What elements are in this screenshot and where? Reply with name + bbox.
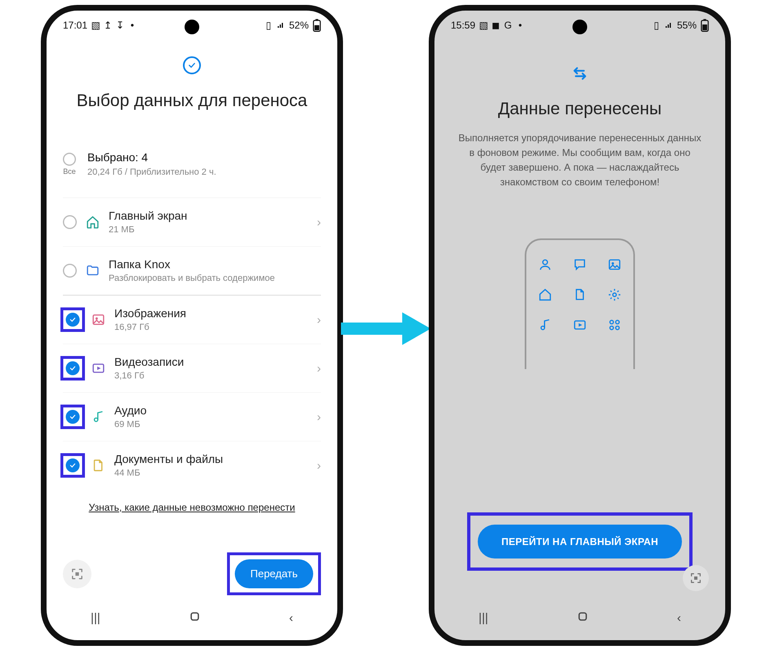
selected-details: 20,24 Гб / Приблизительно 2 ч. (87, 167, 216, 177)
highlight-box (60, 405, 85, 429)
apps-icon (606, 317, 623, 333)
select-all-label: Все (63, 167, 76, 176)
chevron-right-icon: › (317, 313, 321, 327)
svg-point-24 (610, 326, 614, 330)
audio-icon (537, 317, 553, 333)
message-icon (572, 256, 588, 273)
scan-button[interactable] (63, 560, 91, 588)
svg-point-22 (610, 320, 614, 324)
google-icon: G (504, 21, 512, 29)
send-button[interactable]: Передать (235, 559, 313, 588)
svg-point-25 (616, 326, 619, 330)
chevron-right-icon: › (317, 215, 321, 229)
dot-icon: • (128, 21, 136, 29)
phone-illustration (525, 238, 635, 369)
svg-rect-14 (702, 24, 707, 30)
svg-rect-10 (341, 323, 406, 335)
item-label: Главный экран (109, 209, 308, 223)
checkbox-images[interactable] (66, 313, 80, 327)
recents-button[interactable]: ||| (91, 611, 100, 625)
svg-rect-27 (579, 613, 586, 620)
select-all-row[interactable]: Все Выбрано: 4 20,24 Гб / Приблизительно… (63, 151, 321, 198)
highlight-box: Передать (227, 552, 321, 595)
home-button[interactable] (189, 610, 201, 625)
android-navbar: ||| ‹ (47, 603, 337, 632)
item-images[interactable]: Изображения 16,97 Гб › (63, 296, 321, 344)
item-home-screen[interactable]: Главный экран 21 МБ › (63, 198, 321, 247)
svg-rect-13 (704, 19, 706, 20)
checkbox-home[interactable] (63, 215, 77, 229)
vibrate-icon: ▯ (653, 21, 661, 29)
arrow-icon (341, 310, 431, 347)
item-sub: 21 МБ (109, 224, 308, 235)
phone-right: 15:59 ▧ ◼ G • ▯ 55% (429, 5, 731, 646)
svg-point-18 (613, 293, 617, 297)
goto-home-button[interactable]: ПЕРЕЙТИ НА ГЛАВНЫЙ ЭКРАН (478, 525, 682, 559)
page-title: Данные перенесены (451, 99, 709, 118)
upload-icon: ↥ (104, 21, 112, 29)
recents-button[interactable]: ||| (479, 611, 488, 625)
svg-marker-21 (579, 323, 582, 327)
svg-rect-26 (694, 576, 697, 580)
svg-marker-6 (97, 367, 101, 370)
video-icon (572, 317, 588, 333)
item-documents[interactable]: Документы и файлы 44 МБ › (63, 441, 321, 490)
item-label: Документы и файлы (114, 453, 308, 466)
image-icon: ▧ (479, 21, 488, 29)
select-all-checkbox[interactable] (63, 153, 76, 166)
highlight-box: ПЕРЕЙТИ НА ГЛАВНЫЙ ЭКРАН (467, 512, 693, 571)
app-icon: ◼ (492, 21, 500, 29)
signal-icon (277, 21, 285, 29)
svg-rect-9 (191, 613, 198, 620)
home-icon (537, 287, 553, 303)
back-button[interactable]: ‹ (677, 611, 681, 625)
back-button[interactable]: ‹ (289, 611, 293, 625)
signal-icon (665, 21, 673, 29)
highlight-box (60, 453, 85, 478)
svg-point-17 (612, 262, 614, 265)
gear-icon (606, 287, 623, 303)
dot-icon: • (516, 21, 524, 29)
item-videos[interactable]: Видеозаписи 3,16 Гб › (63, 344, 321, 393)
document-icon (91, 458, 105, 472)
item-knox-folder[interactable]: Папка Knox Разблокировать и выбрать соде… (63, 247, 321, 296)
status-bar: 17:01 ▧ ↥ ↧ • ▯ 52% (47, 11, 337, 40)
android-navbar: ||| ‹ (434, 603, 725, 632)
svg-point-4 (96, 317, 98, 320)
checkbox-audio[interactable] (66, 410, 80, 424)
home-icon (86, 215, 100, 229)
svg-rect-8 (76, 572, 79, 576)
battery-icon (313, 21, 321, 29)
item-label: Изображения (114, 307, 308, 320)
home-button[interactable] (577, 610, 589, 625)
item-sub: 3,16 Гб (114, 370, 308, 381)
battery-icon (701, 21, 709, 29)
item-label: Аудио (114, 404, 308, 417)
status-time: 15:59 (451, 20, 475, 31)
item-sub: Разблокировать и выбрать содержимое (109, 273, 321, 283)
checkbox-videos[interactable] (66, 361, 80, 375)
svg-point-15 (543, 260, 547, 265)
item-label: Папка Knox (109, 258, 321, 271)
folder-icon (86, 264, 100, 278)
audio-icon (91, 410, 105, 424)
phone-left: 17:01 ▧ ↥ ↧ • ▯ 52% (41, 5, 343, 646)
item-audio[interactable]: Аудио 69 МБ › (63, 393, 321, 441)
page-description: Выполняется упорядочивание перенесенных … (457, 131, 702, 189)
info-link[interactable]: Узнать, какие данные невозможно перенест… (63, 502, 321, 513)
status-bar: 15:59 ▧ ◼ G • ▯ 55% (434, 11, 725, 40)
checkbox-knox[interactable] (63, 264, 77, 278)
check-header-icon (183, 56, 201, 74)
chevron-right-icon: › (317, 410, 321, 424)
item-sub: 69 МБ (114, 419, 308, 429)
item-sub: 16,97 Гб (114, 322, 308, 332)
image-icon (91, 313, 105, 327)
document-icon (572, 287, 588, 303)
status-battery: 52% (289, 20, 309, 31)
scan-button[interactable] (683, 565, 709, 591)
chevron-right-icon: › (317, 361, 321, 375)
checkbox-documents[interactable] (66, 458, 80, 472)
page-title: Выбор данных для переноса (63, 91, 321, 110)
status-time: 17:01 (63, 20, 87, 31)
highlight-box (60, 356, 85, 381)
